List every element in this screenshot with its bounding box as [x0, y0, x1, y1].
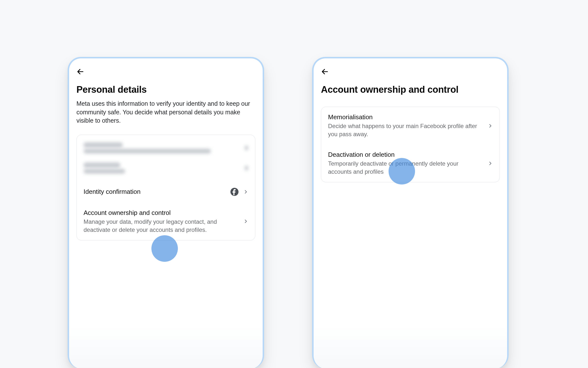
row-title: Memorialisation [328, 113, 483, 121]
row-title: Account ownership and control [84, 209, 239, 217]
redacted-icon [245, 145, 248, 150]
page-title: Personal details [76, 84, 255, 95]
row-contact-info[interactable] [77, 135, 255, 158]
row-date-of-birth[interactable] [77, 158, 255, 181]
settings-card: Memorialisation Decide what happens to y… [321, 107, 500, 182]
redacted-icon [245, 166, 248, 171]
phone-personal-details: Personal details Meta uses this informat… [68, 57, 264, 368]
chevron-right-icon [488, 122, 493, 130]
arrow-left-icon [321, 68, 329, 76]
redacted-text [84, 149, 211, 154]
chevron-right-icon [243, 188, 248, 196]
redacted-text [84, 142, 123, 148]
row-description: Manage your data, modify your legacy con… [84, 218, 239, 234]
back-button[interactable] [321, 67, 331, 77]
chevron-right-icon [488, 159, 493, 167]
back-button[interactable] [76, 67, 86, 77]
settings-card: Identity confirmation Account ownership … [76, 135, 255, 240]
row-description: Decide what happens to your main Faceboo… [328, 122, 483, 138]
page-subtitle: Meta uses this information to verify you… [76, 99, 255, 125]
redacted-text [84, 169, 125, 174]
row-account-ownership[interactable]: Account ownership and control Manage you… [77, 203, 255, 240]
bottom-fade [312, 324, 509, 368]
page-title: Account ownership and control [321, 84, 500, 95]
chevron-right-icon [243, 217, 248, 225]
arrow-left-icon [76, 68, 84, 76]
row-description: Temporarily deactivate or permanently de… [328, 159, 483, 176]
redacted-text [84, 162, 120, 168]
row-identity-confirmation[interactable]: Identity confirmation [77, 181, 255, 203]
row-deactivation-deletion[interactable]: Deactivation or deletion Temporarily dea… [321, 145, 500, 182]
facebook-icon [230, 187, 239, 196]
bottom-fade [68, 324, 264, 368]
row-memorialisation[interactable]: Memorialisation Decide what happens to y… [321, 107, 500, 145]
phone-account-ownership: Account ownership and control Memorialis… [312, 57, 509, 368]
row-title: Identity confirmation [84, 188, 226, 196]
row-title: Deactivation or deletion [328, 151, 483, 158]
